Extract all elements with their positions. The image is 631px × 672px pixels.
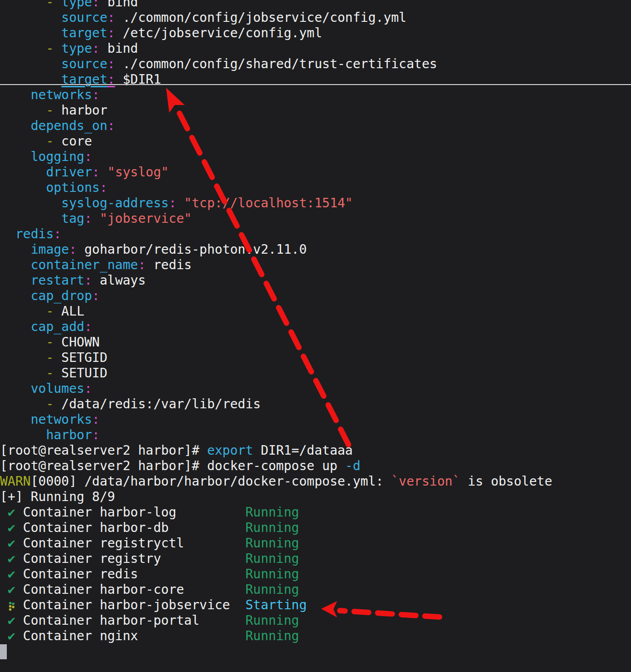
terminal-text-segment <box>0 536 8 551</box>
terminal-line: Container harbor-jobservice Starting <box>0 597 552 613</box>
terminal-text-segment: Container harbor-jobservice <box>15 597 246 612</box>
terminal-text-segment: source <box>61 10 107 25</box>
terminal-text-segment: image <box>30 242 69 257</box>
terminal-text-segment <box>0 381 30 396</box>
terminal-text-segment <box>0 196 61 211</box>
terminal-text-segment: /data/redis:/var/lib/redis <box>54 396 261 411</box>
terminal-line: [root@realserver2 harbor]# docker-compos… <box>0 458 552 474</box>
terminal-text-segment: bind <box>100 0 138 10</box>
terminal-text-segment: : <box>138 257 146 272</box>
terminal-text-segment: - <box>46 366 54 381</box>
terminal-line: [+] Running 8/9 <box>0 489 552 505</box>
terminal-text-segment: cap_add <box>30 319 84 334</box>
terminal-text-segment <box>0 628 8 643</box>
terminal-line: cap_add: <box>0 319 552 335</box>
terminal-text-segment <box>0 149 30 164</box>
terminal-text-segment <box>54 0 61 10</box>
terminal-text-segment: volumes <box>30 381 84 396</box>
terminal-text-segment: Container nginx <box>15 628 246 643</box>
terminal-text-segment: : <box>107 10 115 25</box>
terminal-text-segment: : <box>92 87 100 102</box>
terminal-text-segment: [root@realserver2 harbor]# <box>0 443 207 458</box>
terminal-text-segment: type <box>61 0 92 10</box>
terminal-text-segment: harbor <box>54 103 107 118</box>
terminal-text-segment: ./common/config/shared/trust-certificate… <box>115 56 437 71</box>
terminal-text-segment <box>177 196 184 211</box>
terminal-text-segment <box>0 288 30 303</box>
terminal-text-segment <box>0 10 61 25</box>
terminal-text-segment: Container redis <box>15 567 246 582</box>
terminal-line: source: ./common/config/jobservice/confi… <box>0 10 552 25</box>
terminal-text-segment <box>0 56 61 71</box>
terminal-text-segment <box>0 211 61 226</box>
terminal-output: - type: bind source: ./common/config/job… <box>0 0 552 659</box>
terminal-text-segment <box>0 319 30 334</box>
terminal-text-segment <box>0 273 30 288</box>
terminal-line: redis: <box>0 226 552 242</box>
terminal-text-segment <box>0 505 8 520</box>
terminal-text-segment <box>0 257 30 272</box>
terminal-text-segment: harbor <box>46 427 92 442</box>
terminal-text-segment <box>0 134 46 149</box>
terminal-cursor-block <box>0 644 7 659</box>
terminal-text-segment: Container harbor-portal <box>15 613 246 628</box>
terminal-text-segment <box>0 165 46 180</box>
terminal-text-segment <box>0 103 46 118</box>
terminal-text-segment <box>0 180 46 195</box>
terminal-text-segment: Container harbor-log <box>15 505 246 520</box>
terminal-text-segment: redis <box>146 257 192 272</box>
terminal-text-segment: logging <box>30 149 84 164</box>
terminal-text-segment: core <box>54 134 92 149</box>
terminal-text-segment: : <box>92 288 100 303</box>
terminal-line: - SETUID <box>0 366 552 381</box>
spinner-icon <box>8 598 15 613</box>
terminal-text-segment: : <box>169 196 177 211</box>
terminal-text-segment: : <box>100 180 107 195</box>
terminal-text-segment: source <box>61 56 107 71</box>
terminal-text-segment: : <box>84 319 92 334</box>
check-icon: ✔ <box>8 628 15 644</box>
terminal-text-segment: : <box>92 412 100 427</box>
terminal-text-segment: Running <box>245 520 299 535</box>
check-icon: ✔ <box>8 613 15 628</box>
terminal-text-segment <box>0 335 46 350</box>
terminal-text-segment: is obsolete <box>460 474 552 489</box>
terminal-text-segment: [+] Running 8/9 <box>0 489 115 504</box>
terminal-line: networks: <box>0 87 552 103</box>
terminal-line: - /data/redis:/var/lib/redis <box>0 396 552 412</box>
terminal-text-segment: Running <box>245 505 299 520</box>
terminal-text-segment: target <box>61 25 107 40</box>
terminal-text-segment: driver <box>46 165 92 180</box>
terminal-text-segment: networks <box>30 87 92 102</box>
terminal-line: logging: <box>0 149 552 165</box>
terminal-text-segment: - <box>46 103 54 118</box>
terminal-text-segment: export <box>207 443 253 458</box>
terminal-text-segment: DIR1=/dataaa <box>253 443 353 458</box>
terminal-text-segment: "syslog" <box>107 165 169 180</box>
terminal-text-segment: Running <box>245 582 299 597</box>
terminal-line: ✔ Container harbor-portal Running <box>0 613 552 628</box>
terminal-line: - ALL <box>0 304 552 319</box>
terminal-text-segment: : <box>92 165 100 180</box>
terminal-text-segment: options <box>46 180 100 195</box>
terminal-text-segment: - <box>46 350 54 365</box>
terminal-text-segment: : <box>92 41 100 56</box>
terminal-line: cap_drop: <box>0 288 552 304</box>
terminal-text-segment: syslog-address <box>61 196 169 211</box>
terminal-line: container_name: redis <box>0 257 552 273</box>
terminal-text-segment: : <box>84 211 92 226</box>
terminal-line: - harbor <box>0 103 552 118</box>
terminal-line: ✔ Container redis Running <box>0 567 552 582</box>
terminal-text-segment <box>0 366 46 381</box>
terminal-text-segment: : <box>92 0 100 10</box>
terminal-text-segment: Container registryctl <box>15 536 246 551</box>
terminal-line: image: goharbor/redis-photon:v2.11.0 <box>0 242 552 257</box>
terminal-line <box>0 644 552 659</box>
terminal-line: [root@realserver2 harbor]# export DIR1=/… <box>0 443 552 458</box>
terminal-text-segment: Running <box>245 551 299 566</box>
terminal-line: syslog-address: "tcp://localhost:1514" <box>0 196 552 211</box>
terminal-text-segment <box>0 304 46 319</box>
terminal-text-segment <box>0 520 8 535</box>
terminal-text-segment: - <box>46 396 54 411</box>
terminal-text-segment: [root@realserver2 harbor]# docker-compos… <box>0 458 345 473</box>
